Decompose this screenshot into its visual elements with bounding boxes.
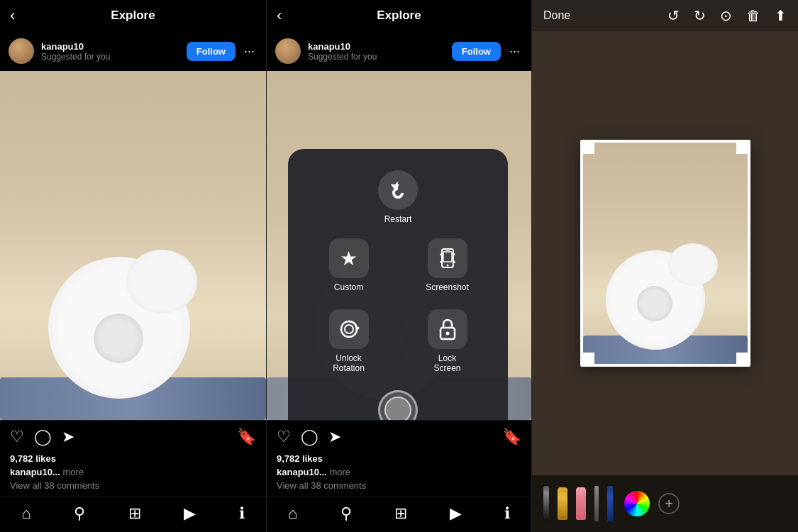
panel2-comments-link[interactable]: View all 38 comments (267, 480, 531, 497)
post-image (0, 71, 266, 420)
handle-bottom-left[interactable] (580, 353, 594, 367)
markup-icon[interactable]: ⊙ (720, 7, 732, 24)
screenshot-editor-body (532, 31, 798, 475)
nav-reels[interactable]: ▶ (184, 504, 196, 523)
panel-2: ‹ Explore kanapu10 Suggested for you Fol… (266, 0, 532, 532)
panel2-nav-profile[interactable]: ℹ (504, 504, 510, 523)
custom-label: Custom (334, 282, 363, 292)
add-tool-button[interactable]: + (658, 493, 680, 514)
color-wheel[interactable] (624, 491, 650, 516)
at-screenshot-item[interactable]: Screenshot (401, 233, 494, 298)
like-icon[interactable]: ♡ (10, 428, 24, 446)
username: kanapu10 (41, 41, 187, 52)
caption: kanapu10... more (0, 467, 266, 480)
panel2-like-icon[interactable]: ♡ (277, 428, 291, 446)
panel2-user-row: kanapu10 Suggested for you Follow ··· (267, 31, 531, 71)
svg-point-14 (345, 325, 353, 333)
panel2-more-button[interactable]: ··· (506, 44, 523, 59)
panel2-post-image: Restart ★ Custom (267, 71, 531, 420)
caption-more[interactable]: more (62, 467, 84, 477)
panel2-nav-add[interactable]: ⊞ (394, 504, 407, 523)
panel2-share-icon[interactable]: ➤ (328, 428, 341, 446)
panel2-nav-home[interactable]: ⌂ (288, 504, 297, 523)
pencil-tool[interactable] (543, 486, 549, 521)
lock-screen-label: LockScreen (433, 353, 460, 373)
marker-tool[interactable] (558, 487, 567, 520)
panel2-post-bottom: ♡ ◯ ➤ 🔖 9,782 likes kanapu10... more Vie… (267, 420, 531, 532)
comment-icon[interactable]: ◯ (34, 428, 52, 446)
panel2-bookmark-icon[interactable]: 🔖 (502, 428, 521, 446)
panel2-caption: kanapu10... more (267, 467, 531, 480)
follow-button[interactable]: Follow (187, 42, 235, 61)
back-button[interactable]: ‹ (10, 6, 15, 25)
svg-point-17 (445, 332, 449, 336)
panel2-comment-icon[interactable]: ◯ (301, 428, 318, 446)
panel2-nav-bar: ⌂ ⚲ ⊞ ▶ ℹ (267, 497, 531, 532)
user-info: kanapu10 Suggested for you (41, 41, 187, 62)
bookmark-icon[interactable]: 🔖 (237, 428, 256, 446)
nav-home[interactable]: ⌂ (21, 504, 31, 523)
handle-top-left[interactable] (580, 140, 594, 154)
share-icon[interactable]: ⬆ (775, 7, 787, 24)
custom-star-icon: ★ (340, 247, 358, 270)
unlock-rotation-icon (337, 317, 361, 341)
svg-rect-4 (445, 250, 450, 251)
panel2-follow-button[interactable]: Follow (452, 42, 501, 61)
panel2-avatar (275, 38, 301, 64)
panel2-back-button[interactable]: ‹ (277, 6, 282, 25)
drawing-toolbar: + (532, 475, 798, 532)
restart-icon-circle (378, 170, 418, 210)
at-custom-item[interactable]: ★ Custom (302, 233, 395, 298)
unlock-rotation-icon-sq (329, 309, 369, 349)
comments-link[interactable]: View all 38 comments (0, 480, 266, 497)
panel2-caption-username: kanapu10... (277, 467, 327, 477)
handle-bottom-right[interactable] (736, 353, 750, 367)
restart-icon (387, 179, 409, 201)
ruler-tool[interactable] (594, 486, 599, 521)
screenshot-icon (436, 247, 459, 270)
nav-add[interactable]: ⊞ (128, 504, 141, 523)
cat-head (126, 250, 197, 314)
header-tools: ↺ ↻ ⊙ 🗑 ⬆ (667, 7, 787, 24)
panel1-header: ‹ Explore (0, 0, 266, 31)
share-icon[interactable]: ➤ (62, 428, 74, 446)
panel2-suggested: Suggested for you (308, 52, 452, 62)
at-home-item[interactable]: Home (302, 384, 494, 420)
svg-rect-2 (443, 252, 452, 262)
at-restart-item[interactable]: Restart (302, 163, 494, 227)
done-button[interactable]: Done (543, 9, 570, 22)
screenshot-icon-sq (428, 238, 467, 278)
svg-point-3 (446, 265, 448, 267)
more-button[interactable]: ··· (241, 44, 257, 59)
panel-3: Done ↺ ↻ ⊙ 🗑 ⬆ (532, 0, 798, 532)
undo-icon[interactable]: ↺ (667, 7, 680, 24)
suggested-label: Suggested for you (41, 52, 187, 62)
panel2-username: kanapu10 (308, 41, 452, 52)
delete-icon[interactable]: 🗑 (746, 8, 760, 24)
assistive-touch-menu: Restart ★ Custom (288, 149, 508, 420)
lock-screen-icon (437, 317, 458, 341)
pen-tool[interactable] (607, 486, 613, 521)
at-unlock-rotation-item[interactable]: UnlockRotation (302, 304, 395, 379)
nav-bar: ⌂ ⚲ ⊞ ▶ ℹ (0, 497, 266, 532)
panel2-nav-search[interactable]: ⚲ (340, 504, 352, 523)
avatar (9, 38, 34, 64)
panel2-caption-more[interactable]: more (329, 467, 350, 477)
home-inner-circle (384, 397, 411, 420)
screenshot-preview[interactable] (580, 140, 750, 367)
panel2-nav-reels[interactable]: ▶ (450, 504, 462, 523)
redo-icon[interactable]: ↻ (694, 7, 706, 24)
nav-profile[interactable]: ℹ (239, 504, 245, 523)
lock-screen-icon-sq (428, 309, 467, 349)
page-title: Explore (111, 9, 155, 23)
at-lock-screen-item[interactable]: LockScreen (401, 304, 494, 379)
panel3-header: Done ↺ ↻ ⊙ 🗑 ⬆ (532, 0, 798, 31)
preview-small-cat (637, 286, 672, 321)
handle-top-right[interactable] (736, 140, 750, 154)
panel2-user-info: kanapu10 Suggested for you (308, 41, 452, 62)
add-icon: + (665, 496, 673, 512)
unlock-rotation-label: UnlockRotation (333, 353, 365, 373)
home-circle (378, 390, 418, 420)
nav-search[interactable]: ⚲ (74, 504, 85, 523)
eraser-tool[interactable] (576, 487, 586, 520)
